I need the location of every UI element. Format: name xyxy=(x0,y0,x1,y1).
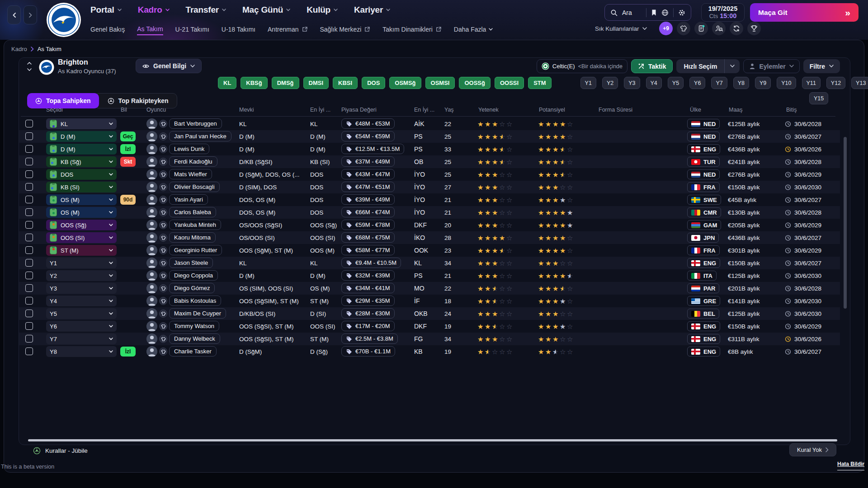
actions-dropdown[interactable]: Eylemler xyxy=(743,59,799,73)
player-name[interactable]: Jan Paul van Hecke xyxy=(169,131,231,141)
main-nav-transfer[interactable]: Transfer xyxy=(186,5,226,15)
row-checkbox[interactable] xyxy=(25,132,33,140)
table-row[interactable]: KB (Sğ) Skt Ferdi Kadıoğlu D/KB (SğSI) K… xyxy=(19,155,840,168)
player-photo[interactable] xyxy=(146,131,157,142)
row-checkbox[interactable] xyxy=(25,347,33,355)
table-row[interactable]: Y4 Babis Kostoulas OOS (SğSIM), ST (M) S… xyxy=(19,295,840,307)
market-value[interactable]: €59M - €78M xyxy=(341,220,395,230)
collapse-up-icon[interactable] xyxy=(27,61,32,65)
scout-icon[interactable] xyxy=(712,22,726,35)
main-nav-kadro[interactable]: Kadro xyxy=(138,5,170,15)
report-bug-link[interactable]: Hata Bildir xyxy=(837,461,864,470)
filter-button-y15[interactable]: Y15 xyxy=(809,92,828,104)
table-row[interactable]: OOS (SI) Kaoru Mitoma OS/OOS (SI) OOS (S… xyxy=(19,231,840,244)
player-name[interactable]: Diego Gómez xyxy=(169,283,215,293)
row-checkbox[interactable] xyxy=(25,322,33,330)
selection-dropdown[interactable]: DOS xyxy=(46,169,117,180)
row-checkbox[interactable] xyxy=(25,234,33,241)
shirt-icon[interactable] xyxy=(677,22,690,35)
table-row[interactable]: Y8 İzl Charlie Tasker D (SğM) D (Sğ) €70… xyxy=(19,345,840,358)
column-header-9[interactable]: Yetenek xyxy=(478,107,499,113)
player-photo[interactable] xyxy=(146,321,157,332)
column-header-14[interactable]: Bitiş xyxy=(786,107,797,113)
filter-button-y4[interactable]: Y4 xyxy=(646,77,662,89)
row-checkbox[interactable] xyxy=(25,120,33,127)
shirt-icon[interactable] xyxy=(159,347,167,356)
player-name[interactable]: Maxim De Cuyper xyxy=(169,308,226,319)
shirt-icon[interactable] xyxy=(159,246,167,254)
market-value[interactable]: €54M - €59M xyxy=(341,131,395,141)
player-name[interactable]: Babis Kostoulas xyxy=(169,296,221,306)
gear-icon[interactable] xyxy=(678,9,685,16)
selection-dropdown[interactable]: KB (Sğ) xyxy=(46,156,117,167)
filter-button-oossğ[interactable]: OOSSğ xyxy=(459,77,491,89)
player-name[interactable]: Lewis Dunk xyxy=(169,144,209,154)
player-photo[interactable] xyxy=(146,333,157,344)
table-row[interactable]: D (M) İzl Lewis Dunk D (M) D (M) €12.5M … xyxy=(19,143,840,155)
market-value[interactable]: €70B - €1.1M xyxy=(341,346,395,357)
player-photo[interactable] xyxy=(146,232,157,243)
filter-button-y6[interactable]: Y6 xyxy=(689,77,705,89)
shirt-icon[interactable] xyxy=(159,272,167,280)
table-row[interactable]: OS (M) Carlos Baleba DOS, OS (M) DOS €66… xyxy=(19,206,840,219)
column-header-5[interactable]: En İyi ... xyxy=(310,107,330,113)
history-forward-button[interactable] xyxy=(24,5,37,24)
go-to-match-button[interactable]: Maça Git » xyxy=(750,3,859,22)
player-photo[interactable] xyxy=(146,118,157,129)
bookmark-icon[interactable] xyxy=(651,9,657,16)
sub-nav-daha-fazla[interactable]: Daha Fazla xyxy=(454,26,493,35)
shirt-icon[interactable] xyxy=(159,322,167,330)
player-name[interactable]: Ferdi Kadıoğlu xyxy=(169,156,217,167)
row-checkbox[interactable] xyxy=(25,335,33,343)
filter-button-y3[interactable]: Y3 xyxy=(624,77,640,89)
column-header-3[interactable]: Oyuncu xyxy=(146,107,166,113)
player-name[interactable]: Bart Verbruggen xyxy=(169,118,222,129)
market-value[interactable]: €32M - €39M xyxy=(341,270,395,281)
table-row[interactable]: DOS Mats Wieffer D (SğM), DOS, OS (... D… xyxy=(19,168,840,181)
market-value[interactable]: €12.5M - €13.5M xyxy=(341,144,404,154)
filter-button-y1[interactable]: Y1 xyxy=(580,77,596,89)
search-icon[interactable] xyxy=(610,9,618,16)
selection-dropdown[interactable]: OOS (SI) xyxy=(46,232,117,243)
row-checkbox[interactable] xyxy=(25,246,33,254)
player-photo[interactable] xyxy=(146,182,157,192)
selection-dropdown[interactable]: Y3 xyxy=(46,283,117,294)
player-name[interactable]: Kaoru Mitoma xyxy=(169,232,216,243)
sub-nav-genel-bakış[interactable]: Genel Bakış xyxy=(90,26,125,35)
market-value[interactable]: €2.5M - €3.8M xyxy=(341,333,398,344)
row-checkbox[interactable] xyxy=(25,221,33,229)
filter-button-y7[interactable]: Y7 xyxy=(711,77,727,89)
shirt-icon[interactable] xyxy=(159,284,167,292)
globe-icon[interactable] xyxy=(661,9,669,16)
table-row[interactable]: Y3 Diego Gómez OS (SIM), OOS (SI) OS (M)… xyxy=(19,282,840,295)
row-checkbox[interactable] xyxy=(25,310,33,317)
selection-dropdown[interactable]: Y6 xyxy=(46,321,117,332)
row-checkbox[interactable] xyxy=(25,208,33,216)
selection-dropdown[interactable]: OS (M) xyxy=(46,207,117,218)
column-header-10[interactable]: Potansiyel xyxy=(539,107,565,113)
main-nav-kariyer[interactable]: Kariyer xyxy=(354,5,390,15)
selection-dropdown[interactable]: Y8 xyxy=(46,346,117,357)
table-row[interactable]: OOS (Sğ) Yankuba Minteh OS/OOS (SğSI) OO… xyxy=(19,219,840,231)
sub-nav-sağlık-merkezi[interactable]: Sağlık Merkezi xyxy=(320,26,371,35)
vertical-scrollbar[interactable] xyxy=(844,137,847,309)
market-value[interactable]: €68M - €75M xyxy=(341,232,395,243)
tactic-button[interactable]: Taktik xyxy=(631,59,673,73)
filter-button-kbsğ[interactable]: KBSğ xyxy=(241,77,267,89)
row-checkbox[interactable] xyxy=(25,259,33,267)
row-checkbox[interactable] xyxy=(25,145,33,153)
filter-button-y12[interactable]: Y12 xyxy=(826,77,845,89)
column-header-8[interactable]: Yaş xyxy=(444,107,454,113)
player-photo[interactable] xyxy=(146,169,157,180)
view-selector-dropdown[interactable]: Genel Bilgi xyxy=(136,59,202,73)
selection-dropdown[interactable]: OOS (Sğ) xyxy=(46,220,117,230)
selection-dropdown[interactable]: Y7 xyxy=(46,333,117,344)
shirt-icon[interactable] xyxy=(159,120,167,128)
column-header-7[interactable]: En İyi ... xyxy=(414,107,434,113)
sub-nav-u-18-takımı[interactable]: U-18 Takımı xyxy=(222,26,255,35)
shirt-icon[interactable] xyxy=(159,335,167,343)
player-name[interactable]: Yankuba Minteh xyxy=(169,220,221,230)
main-nav-portal[interactable]: Portal xyxy=(90,5,122,15)
player-photo[interactable] xyxy=(146,283,157,294)
shirt-icon[interactable] xyxy=(159,196,167,204)
